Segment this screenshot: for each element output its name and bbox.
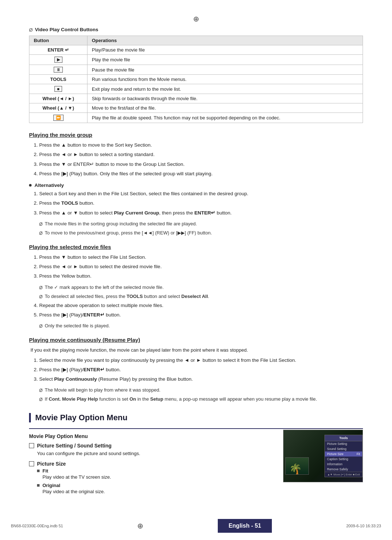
tools-menu-item-sound-setting: Sound Setting (325, 446, 362, 451)
alt-note2: ØThe movie files in the sorting group in… (39, 220, 363, 228)
list-item: Select a Sort key and then in the File L… (39, 190, 363, 197)
playing-group-steps: Press the ▲ button to move to the Sort k… (39, 142, 363, 177)
note-sym-icon: Ø (39, 230, 42, 237)
list-item: Press the Yellow button. (39, 273, 363, 280)
picture-setting-heading-text: Picture Setting / Sound Setting (37, 443, 111, 449)
table-header-button: Button (29, 36, 87, 45)
note-sym-icon-2: Ø (39, 285, 42, 291)
table-cell-operation: Move to the first/last of the file. (87, 103, 363, 113)
table-cell-operation: Skip forwards or backwards through the m… (87, 94, 363, 103)
screenshot-thumb: 🌴 (285, 457, 309, 475)
table-header-operations: Operations (87, 36, 363, 45)
playing-selected-steps: Press the ▼ button to select the File Li… (39, 254, 363, 280)
alternatively-label: Alternatively (34, 183, 64, 188)
picture-size-heading-text: Picture Size (37, 461, 66, 467)
controls-table: Button Operations ENTER ↵Play/Pause the … (29, 36, 363, 123)
palm-tree-icon: 🌴 (289, 464, 302, 474)
note-sym-icon-5: Ø (39, 387, 42, 394)
picture-setting-heading-row: Picture Setting / Sound Setting (29, 443, 276, 449)
bullet-dot-icon (29, 184, 32, 187)
note-icon: Ø (29, 27, 33, 33)
list-item: Press the ▼ button to select the File Li… (39, 254, 363, 261)
table-cell-button: ⏸ (29, 65, 87, 75)
selected-note2: Ø To deselect all selected files, press … (39, 293, 363, 300)
alt-note2-text: The movie files in the sorting group inc… (45, 220, 197, 228)
playing-continuously-heading: Playing movie continuously (Resume Play) (29, 337, 363, 343)
screenshot-bg: 🌴 Tools Picture Setting Sound Setting Pi… (283, 430, 363, 482)
table-cell-operation: Run various functions from the Movie men… (87, 75, 363, 84)
table-cell-button: Wheel (▲ / ▼) (29, 103, 87, 113)
table-cell-button: Wheel (◄ / ►) (29, 94, 87, 103)
tools-menu-item-caption-setting: Caption Setting (325, 457, 362, 462)
list-item: Select the movie file you want to play c… (39, 357, 363, 364)
video-control-title: Video Play Control Buttons (35, 27, 98, 32)
table-cell-operation: Pause the movie file (87, 65, 363, 75)
list-item: Select Play Continuously (Resume Play) b… (39, 376, 363, 383)
continuously-note1: Ø The Movie will begin to play from wher… (39, 386, 363, 394)
table-cell-button: ENTER ↵ (29, 45, 87, 55)
table-cell-operation: Exit play mode and return to the movie l… (87, 84, 363, 94)
list-item: Press the [▶] (Play)/ENTER↵ button. (39, 366, 363, 373)
english-badge: English - 51 (218, 519, 272, 533)
continuously-intro: If you exit the playing movie function, … (30, 347, 363, 354)
table-cell-button: ■ (29, 84, 87, 94)
fit-square-icon (37, 470, 40, 472)
playing-selected-steps2: Repeat the above operation to select mul… (39, 302, 363, 319)
selected-note1-text: The ✓ mark appears to the left of the se… (45, 284, 164, 291)
tools-menu-title: Tools (325, 435, 362, 441)
footer-right-text: 2009-6-10 16:33:23 (346, 524, 381, 528)
list-item: Press the ▼ or ENTER↵ button to move to … (39, 161, 363, 168)
selected-note3-text: Only the selected file is played. (45, 322, 110, 330)
selected-note1: Ø The ✓ mark appears to the left of the … (39, 284, 363, 291)
checkbox-icon-1 (29, 443, 34, 448)
continuously-note2-text: If Cont. Movie Play Help function is set… (45, 396, 317, 403)
list-item: Press the ▲ or ▼ button to select Play C… (39, 209, 363, 217)
fit-content: Fit Play video at the TV screen size. (42, 468, 111, 481)
tools-menu-footer: ▲▼ Move [↵] Enter ■ Exit (325, 472, 362, 477)
alt-note1-text: To move to the previous/next group, pres… (45, 229, 212, 237)
checkbox-icon-2 (29, 461, 34, 466)
original-content: Original Play video at the original size… (42, 483, 105, 495)
footer-compass-icon: ⊕ (137, 521, 143, 530)
table-cell-button: ⏩ (29, 113, 87, 123)
original-desc: Play video at the original size. (42, 488, 105, 495)
table-cell-button: ▶ (29, 55, 87, 65)
selected-note3: Ø Only the selected file is played. (39, 322, 363, 330)
original-square-icon (37, 484, 40, 487)
tools-menu-item-picture-setting: Picture Setting (325, 441, 362, 446)
list-item: Press the [▶] (Play) button. Only the fi… (39, 170, 363, 177)
footer-left-text: BN68-02330E-00Eng.indb 51 (11, 524, 63, 528)
fit-item: Fit Play video at the TV screen size. (37, 468, 276, 481)
alt-steps: Select a Sort key and then in the File L… (39, 190, 363, 217)
list-item: Repeat the above operation to select mul… (39, 302, 363, 309)
note-sym-alt2: Ø (39, 221, 42, 228)
fit-title: Fit (42, 468, 111, 474)
page-footer: BN68-02330E-00Eng.indb 51 ⊕ English - 51… (0, 519, 392, 533)
fit-desc: Play video at the TV screen size. (42, 474, 111, 481)
table-cell-operation: Play the movie file (87, 55, 363, 65)
list-item: Press the [▶] (Play)/ENTER↵ button. (39, 311, 363, 319)
playing-group-heading: Playing the movie group (29, 132, 363, 138)
table-cell-operation: Play the file at double speed. This func… (87, 113, 363, 123)
continuously-note1-text: The Movie will begin to play from where … (45, 386, 160, 394)
list-item: Press the ◄ or ► button to select the de… (39, 263, 363, 270)
list-item: Press the ▲ button to move to the Sort k… (39, 142, 363, 149)
top-compass-icon: ⊕ (29, 15, 363, 23)
original-item: Original Play video at the original size… (37, 483, 363, 495)
table-cell-button: TOOLS (29, 75, 87, 84)
picture-size-heading-row: Picture Size (29, 461, 276, 467)
video-control-note: Ø Video Play Control Buttons (29, 27, 363, 33)
continuously-steps: Select the movie file you want to play c… (39, 357, 363, 383)
selected-note2-text: To deselect all selected files, press th… (45, 293, 209, 300)
screenshot-box: 🌴 Tools Picture Setting Sound Setting Pi… (283, 430, 363, 482)
continuously-note2: Ø If Cont. Movie Play Help function is s… (39, 396, 363, 403)
note-sym-icon-3: Ø (39, 294, 42, 300)
original-title: Original (42, 483, 105, 488)
playing-selected-heading: Playing the selected movie files (29, 244, 363, 250)
alt-note1: Ø To move to the previous/next group, pr… (39, 229, 363, 237)
section-divider (29, 428, 363, 429)
tools-menu-item-remove-safely: Remove Safely (325, 467, 362, 472)
screenshot-area: 🌴 Tools Picture Setting Sound Setting Pi… (283, 430, 363, 482)
movie-play-option-h1: Movie Play Option Menu (29, 413, 363, 422)
note-sym-icon-6: Ø (39, 396, 42, 403)
